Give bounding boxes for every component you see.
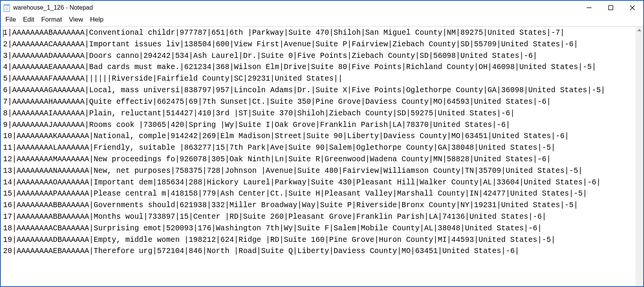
- editor-line[interactable]: 6|AAAAAAAAGAAAAAAA|Local, mass universi|…: [3, 85, 634, 96]
- editor-line[interactable]: 10|AAAAAAAAKAAAAAAA|National, comple|914…: [3, 131, 634, 142]
- titlebar[interactable]: warehouse_1_126 - Notepad: [1, 1, 643, 15]
- vertical-scrollbar[interactable]: [636, 27, 643, 286]
- editor-line[interactable]: 9|AAAAAAAAJAAAAAAA|Rooms cook |73065|420…: [3, 120, 634, 131]
- editor-wrap: 1|AAAAAAAABAAAAAAA|Conventional childr|9…: [1, 26, 643, 286]
- editor-line[interactable]: 14|AAAAAAAAOAAAAAAA|Important dem|185634…: [3, 177, 634, 189]
- editor-line[interactable]: 18|AAAAAAAACBAAAAAA|Surprising emot|5200…: [3, 223, 634, 235]
- menu-help[interactable]: Help: [88, 15, 108, 24]
- editor-line[interactable]: 5|AAAAAAAAFAAAAAAA||||||Riverside|Fairfi…: [3, 73, 634, 85]
- editor-line[interactable]: 2|AAAAAAAACAAAAAAA|Important issues liv|…: [3, 39, 634, 51]
- window-controls: [584, 3, 640, 12]
- editor-line[interactable]: 19|AAAAAAAADBAAAAAA|Empty, middle women …: [3, 235, 634, 246]
- menubar: File Edit Format View Help: [1, 15, 643, 26]
- editor-line[interactable]: 3|AAAAAAAADAAAAAAA|Doors canno|294242|53…: [3, 51, 634, 62]
- close-button[interactable]: [627, 3, 638, 12]
- editor-line[interactable]: 4|AAAAAAAAEAAAAAAA|Bad cards must make.|…: [3, 62, 634, 73]
- window-title: warehouse_1_126 - Notepad: [13, 4, 93, 11]
- text-editor[interactable]: 1|AAAAAAAABAAAAAAA|Conventional childr|9…: [1, 27, 636, 286]
- notepad-icon: [3, 3, 11, 12]
- editor-line[interactable]: 15|AAAAAAAAPAAAAAAA|Please central m|418…: [3, 188, 634, 200]
- editor-line[interactable]: 16|AAAAAAAABBAAAAAA|Governments should|6…: [3, 200, 634, 211]
- menu-edit[interactable]: Edit: [20, 15, 39, 24]
- menu-file[interactable]: File: [4, 15, 20, 24]
- editor-line[interactable]: 1|AAAAAAAABAAAAAAA|Conventional childr|9…: [3, 27, 634, 39]
- editor-line[interactable]: 13|AAAAAAAANAAAAAAA|New, net purposes|75…: [3, 165, 634, 177]
- minimize-button[interactable]: [584, 3, 595, 12]
- notepad-window: warehouse_1_126 - Notepad File Edit Form…: [0, 0, 644, 287]
- editor-line[interactable]: 11|AAAAAAAALAAAAAAA|Friendly, suitable |…: [3, 142, 634, 154]
- svg-rect-6: [609, 6, 613, 10]
- editor-line[interactable]: 12|AAAAAAAAMAAAAAAA|New proceedings fo|9…: [3, 154, 634, 165]
- editor-line[interactable]: 17|AAAAAAAABBAAAAAA|Months woul|733897|1…: [3, 211, 634, 223]
- editor-line[interactable]: 7|AAAAAAAAHAAAAAAA|Quite effectiv|662475…: [3, 96, 634, 108]
- titlebar-left: warehouse_1_126 - Notepad: [3, 3, 93, 12]
- maximize-button[interactable]: [605, 3, 616, 12]
- svg-rect-1: [4, 4, 10, 6]
- editor-line[interactable]: 20|AAAAAAAAEBAAAAAA|Therefore urg|572104…: [3, 246, 634, 257]
- scroll-up-arrow-icon[interactable]: [637, 29, 641, 31]
- editor-line[interactable]: 8|AAAAAAAAIAAAAAAA|Plain, reluctant|5144…: [3, 108, 634, 120]
- menu-format[interactable]: Format: [39, 15, 67, 24]
- menu-view[interactable]: View: [67, 15, 88, 24]
